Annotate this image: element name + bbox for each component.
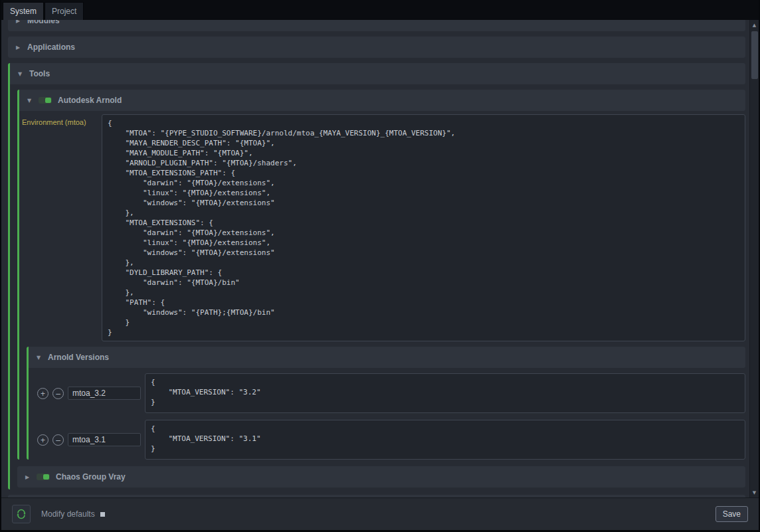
version-key-input[interactable] (68, 387, 141, 400)
section-header-modules[interactable]: Modules (8, 20, 745, 31)
save-button[interactable]: Save (715, 506, 748, 522)
tab-system[interactable]: System (3, 2, 44, 20)
tab-bar: System Project (1, 0, 759, 20)
section-modules: Modules (8, 20, 745, 31)
environment-json-editor[interactable]: { "MTOA": "{PYPE_STUDIO_SOFTWARE}/arnold… (102, 114, 745, 341)
section-label-modules: Modules (27, 20, 60, 25)
section-label-applications: Applications (27, 43, 75, 52)
scroll-down-button[interactable] (750, 488, 759, 497)
add-item-button[interactable] (37, 434, 48, 446)
tab-project[interactable]: Project (45, 2, 84, 20)
vertical-scrollbar[interactable] (749, 20, 759, 497)
section-header-applications[interactable]: Applications (8, 37, 745, 58)
group-header-chaos-group-vray[interactable]: Chaos Group Vray (17, 466, 745, 488)
add-item-button[interactable] (37, 388, 48, 399)
enabled-toggle[interactable] (39, 97, 52, 104)
arnold-group-body: Environment (mtoa) { "MTOA": "{PYPE_STUD… (19, 111, 745, 460)
enabled-toggle[interactable] (37, 474, 50, 480)
remove-item-button[interactable] (52, 434, 64, 446)
remove-item-button[interactable] (52, 388, 64, 399)
arnold-versions-body: { "MTOA_VERSION": "3.2" } { "MTOA_VERSIO… (29, 368, 745, 460)
version-key-input[interactable] (68, 433, 141, 446)
group-label-chaos-group-vray: Chaos Group Vray (56, 472, 126, 482)
main-area: Modules Applications Tools (1, 20, 759, 497)
settings-scroll-area: Modules Applications Tools (1, 20, 749, 497)
sections-stack: Modules Applications Tools (8, 20, 745, 497)
section-tools: Tools Autodesk Arnold Environment (8, 63, 745, 489)
group-header-autodesk-arnold[interactable]: Autodesk Arnold (19, 90, 745, 111)
chevron-down-icon (26, 98, 33, 104)
modify-defaults-label: Modify defaults (41, 509, 95, 519)
footer-bar: Modify defaults Save (1, 497, 759, 530)
chevron-down-icon (35, 355, 42, 361)
chevron-right-icon (15, 20, 21, 24)
scrollbar-thumb[interactable] (751, 31, 758, 79)
refresh-icon (16, 509, 27, 519)
version-row: { "MTOA_VERSION": "3.2" } (37, 373, 745, 413)
chevron-right-icon (15, 44, 21, 50)
group-label-arnold-versions: Arnold Versions (48, 353, 109, 362)
section-label-tools: Tools (29, 69, 50, 78)
refresh-button[interactable] (12, 505, 31, 523)
modify-defaults-checkbox[interactable] (100, 512, 105, 517)
scroll-up-button[interactable] (750, 20, 759, 30)
tools-section-body: Autodesk Arnold Environment (mtoa) { "MT… (10, 84, 745, 489)
section-header-tools[interactable]: Tools (10, 63, 745, 84)
version-json-editor[interactable]: { "MTOA_VERSION": "3.1" } (145, 420, 745, 460)
section-applications: Applications (8, 37, 745, 58)
group-header-arnold-versions[interactable]: Arnold Versions (29, 347, 745, 368)
group-autodesk-arnold: Autodesk Arnold Environment (mtoa) { "MT… (17, 90, 745, 460)
group-arnold-versions: Arnold Versions { "MTOA_VERSION": "3.2" … (27, 347, 745, 460)
version-json-editor[interactable]: { "MTOA_VERSION": "3.2" } (145, 373, 745, 413)
environment-field-label: Environment (mtoa) (22, 114, 99, 126)
chevron-right-icon (24, 474, 31, 480)
version-row: { "MTOA_VERSION": "3.1" } (37, 420, 745, 460)
modify-defaults-group: Modify defaults (41, 509, 105, 519)
chevron-down-icon (17, 71, 23, 77)
settings-window: System Project Modules Applications (0, 0, 760, 532)
group-label-autodesk-arnold: Autodesk Arnold (58, 96, 122, 105)
environment-field: Environment (mtoa) { "MTOA": "{PYPE_STUD… (22, 114, 745, 341)
